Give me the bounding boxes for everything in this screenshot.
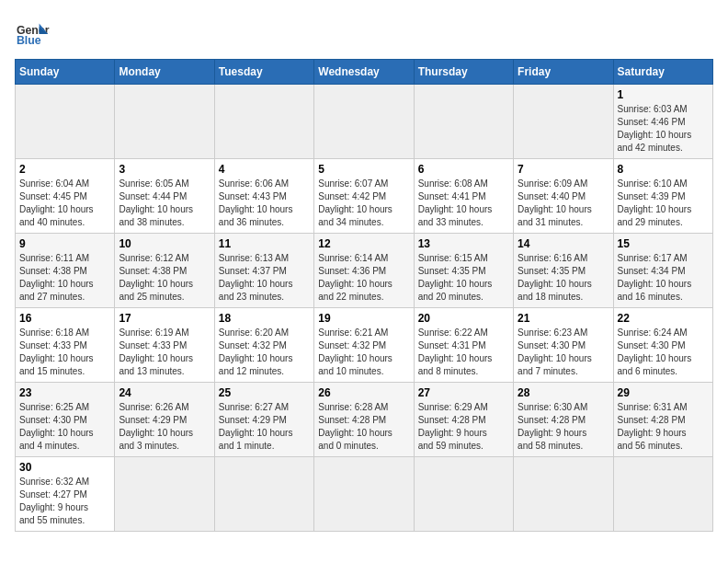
calendar-cell: 14Sunrise: 6:16 AM Sunset: 4:35 PM Dayli…: [514, 234, 613, 308]
calendar-cell: 9Sunrise: 6:11 AM Sunset: 4:38 PM Daylig…: [16, 234, 115, 308]
calendar-cell: 17Sunrise: 6:19 AM Sunset: 4:33 PM Dayli…: [115, 308, 214, 383]
day-info: Sunrise: 6:19 AM Sunset: 4:33 PM Dayligh…: [119, 327, 210, 378]
day-number: 10: [119, 237, 210, 250]
day-number: 9: [19, 237, 110, 250]
calendar-cell: 16Sunrise: 6:18 AM Sunset: 4:33 PM Dayli…: [16, 308, 115, 383]
calendar-cell: 8Sunrise: 6:10 AM Sunset: 4:39 PM Daylig…: [613, 159, 712, 234]
day-info: Sunrise: 6:16 AM Sunset: 4:35 PM Dayligh…: [518, 252, 609, 304]
day-number: 19: [318, 312, 409, 325]
day-info: Sunrise: 6:29 AM Sunset: 4:28 PM Dayligh…: [418, 401, 509, 453]
day-number: 20: [418, 312, 509, 325]
weekday-header-friday: Friday: [514, 60, 613, 85]
day-number: 3: [119, 163, 210, 176]
calendar-table: SundayMondayTuesdayWednesdayThursdayFrid…: [15, 59, 713, 532]
calendar-cell: 19Sunrise: 6:21 AM Sunset: 4:32 PM Dayli…: [314, 308, 414, 383]
page-header: General Blue: [15, 15, 713, 50]
day-number: 25: [219, 386, 310, 399]
day-info: Sunrise: 6:30 AM Sunset: 4:28 PM Dayligh…: [518, 401, 609, 453]
calendar-cell: 6Sunrise: 6:08 AM Sunset: 4:41 PM Daylig…: [414, 159, 513, 234]
day-number: 26: [318, 386, 409, 399]
day-number: 14: [518, 237, 609, 250]
day-number: 6: [418, 163, 509, 176]
calendar-cell: [514, 457, 613, 532]
calendar-cell: [16, 85, 115, 159]
calendar-cell: [414, 457, 513, 532]
day-info: Sunrise: 6:25 AM Sunset: 4:30 PM Dayligh…: [19, 401, 110, 453]
day-number: 23: [19, 386, 110, 399]
calendar-cell: 20Sunrise: 6:22 AM Sunset: 4:31 PM Dayli…: [414, 308, 513, 383]
weekday-header-sunday: Sunday: [16, 60, 115, 85]
calendar-week-row: 16Sunrise: 6:18 AM Sunset: 4:33 PM Dayli…: [16, 308, 713, 383]
calendar-week-row: 23Sunrise: 6:25 AM Sunset: 4:30 PM Dayli…: [16, 383, 713, 457]
day-number: 17: [119, 312, 210, 325]
calendar-cell: 10Sunrise: 6:12 AM Sunset: 4:38 PM Dayli…: [115, 234, 214, 308]
calendar-cell: [314, 457, 414, 532]
day-info: Sunrise: 6:18 AM Sunset: 4:33 PM Dayligh…: [19, 327, 110, 378]
calendar-week-row: 30Sunrise: 6:32 AM Sunset: 4:27 PM Dayli…: [16, 457, 713, 532]
day-info: Sunrise: 6:12 AM Sunset: 4:38 PM Dayligh…: [119, 252, 210, 304]
logo-icon: General Blue: [15, 15, 50, 50]
calendar-cell: 3Sunrise: 6:05 AM Sunset: 4:44 PM Daylig…: [115, 159, 214, 234]
day-number: 13: [418, 237, 509, 250]
weekday-header-tuesday: Tuesday: [214, 60, 313, 85]
day-number: 30: [19, 461, 110, 474]
calendar-cell: 30Sunrise: 6:32 AM Sunset: 4:27 PM Dayli…: [16, 457, 115, 532]
calendar-cell: 18Sunrise: 6:20 AM Sunset: 4:32 PM Dayli…: [214, 308, 313, 383]
calendar-week-row: 1Sunrise: 6:03 AM Sunset: 4:46 PM Daylig…: [16, 85, 713, 159]
day-number: 18: [219, 312, 310, 325]
day-info: Sunrise: 6:06 AM Sunset: 4:43 PM Dayligh…: [219, 178, 310, 229]
day-info: Sunrise: 6:08 AM Sunset: 4:41 PM Dayligh…: [418, 178, 509, 229]
svg-text:Blue: Blue: [17, 34, 41, 47]
calendar-cell: [314, 85, 414, 159]
weekday-header-saturday: Saturday: [613, 60, 712, 85]
day-number: 7: [518, 163, 609, 176]
day-info: Sunrise: 6:15 AM Sunset: 4:35 PM Dayligh…: [418, 252, 509, 304]
day-info: Sunrise: 6:24 AM Sunset: 4:30 PM Dayligh…: [618, 327, 709, 378]
calendar-cell: 12Sunrise: 6:14 AM Sunset: 4:36 PM Dayli…: [314, 234, 414, 308]
day-info: Sunrise: 6:17 AM Sunset: 4:34 PM Dayligh…: [618, 252, 709, 304]
calendar-cell: 26Sunrise: 6:28 AM Sunset: 4:28 PM Dayli…: [314, 383, 414, 457]
calendar-cell: 13Sunrise: 6:15 AM Sunset: 4:35 PM Dayli…: [414, 234, 513, 308]
calendar-cell: 7Sunrise: 6:09 AM Sunset: 4:40 PM Daylig…: [514, 159, 613, 234]
day-number: 8: [618, 163, 709, 176]
day-number: 1: [618, 88, 709, 101]
day-info: Sunrise: 6:22 AM Sunset: 4:31 PM Dayligh…: [418, 327, 509, 378]
weekday-header-wednesday: Wednesday: [314, 60, 414, 85]
calendar-cell: 21Sunrise: 6:23 AM Sunset: 4:30 PM Dayli…: [514, 308, 613, 383]
logo: General Blue: [15, 15, 50, 50]
day-info: Sunrise: 6:11 AM Sunset: 4:38 PM Dayligh…: [19, 252, 110, 304]
day-info: Sunrise: 6:26 AM Sunset: 4:29 PM Dayligh…: [119, 401, 210, 453]
weekday-header-row: SundayMondayTuesdayWednesdayThursdayFrid…: [16, 60, 713, 85]
calendar-cell: 2Sunrise: 6:04 AM Sunset: 4:45 PM Daylig…: [16, 159, 115, 234]
calendar-week-row: 9Sunrise: 6:11 AM Sunset: 4:38 PM Daylig…: [16, 234, 713, 308]
day-number: 2: [19, 163, 110, 176]
calendar-cell: 15Sunrise: 6:17 AM Sunset: 4:34 PM Dayli…: [613, 234, 712, 308]
calendar-cell: 1Sunrise: 6:03 AM Sunset: 4:46 PM Daylig…: [613, 85, 712, 159]
day-info: Sunrise: 6:04 AM Sunset: 4:45 PM Dayligh…: [19, 178, 110, 229]
day-number: 24: [119, 386, 210, 399]
day-info: Sunrise: 6:28 AM Sunset: 4:28 PM Dayligh…: [318, 401, 409, 453]
calendar-cell: 5Sunrise: 6:07 AM Sunset: 4:42 PM Daylig…: [314, 159, 414, 234]
day-info: Sunrise: 6:14 AM Sunset: 4:36 PM Dayligh…: [318, 252, 409, 304]
calendar-cell: [214, 85, 313, 159]
day-number: 5: [318, 163, 409, 176]
calendar-cell: [414, 85, 513, 159]
calendar-cell: [115, 85, 214, 159]
day-info: Sunrise: 6:23 AM Sunset: 4:30 PM Dayligh…: [518, 327, 609, 378]
calendar-cell: 11Sunrise: 6:13 AM Sunset: 4:37 PM Dayli…: [214, 234, 313, 308]
day-number: 22: [618, 312, 709, 325]
calendar-cell: [115, 457, 214, 532]
day-info: Sunrise: 6:05 AM Sunset: 4:44 PM Dayligh…: [119, 178, 210, 229]
calendar-week-row: 2Sunrise: 6:04 AM Sunset: 4:45 PM Daylig…: [16, 159, 713, 234]
day-number: 11: [219, 237, 310, 250]
day-number: 15: [618, 237, 709, 250]
day-number: 12: [318, 237, 409, 250]
calendar-cell: 29Sunrise: 6:31 AM Sunset: 4:28 PM Dayli…: [613, 383, 712, 457]
day-info: Sunrise: 6:07 AM Sunset: 4:42 PM Dayligh…: [318, 178, 409, 229]
calendar-cell: 4Sunrise: 6:06 AM Sunset: 4:43 PM Daylig…: [214, 159, 313, 234]
calendar-cell: 25Sunrise: 6:27 AM Sunset: 4:29 PM Dayli…: [214, 383, 313, 457]
day-info: Sunrise: 6:13 AM Sunset: 4:37 PM Dayligh…: [219, 252, 310, 304]
day-number: 28: [518, 386, 609, 399]
calendar-cell: 22Sunrise: 6:24 AM Sunset: 4:30 PM Dayli…: [613, 308, 712, 383]
day-number: 27: [418, 386, 509, 399]
